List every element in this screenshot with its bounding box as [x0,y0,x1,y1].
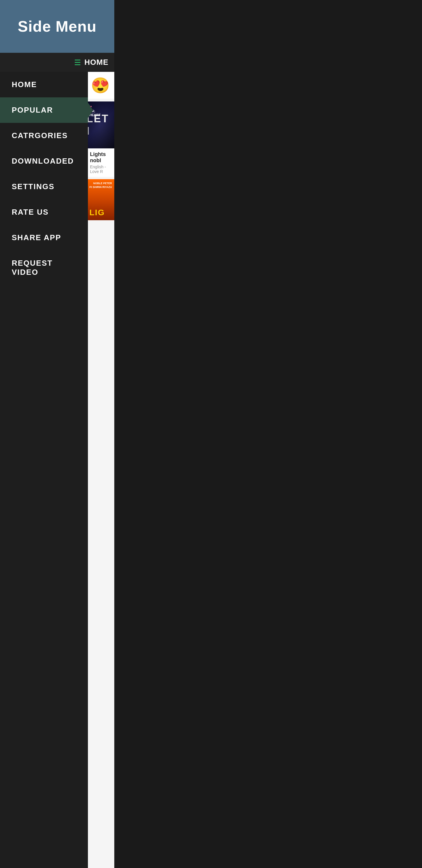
hamburger-icon[interactable]: ☰ [74,59,81,66]
category-emoji: 😍 [91,78,110,93]
sidebar-item-rate-us[interactable]: RATE US [0,199,88,225]
right-content-panel: 😍 ROMANTIC ♥MR.HEART LET I Lights nobl E… [87,72,114,868]
app-title: Side Menu [18,18,96,35]
app-header: Side Menu [0,0,114,53]
video-artist-info: NOBLE PETER Ft SHIRIN RIYAZU [89,182,112,189]
category-row: 😍 ROMANTIC [87,72,114,99]
sidebar-item-downloaded[interactable]: DOWNLOADED [0,148,88,174]
sidebar-item-home[interactable]: HOME [0,72,88,97]
sidebar-item-request-video[interactable]: REQUEST VIDEO [0,250,88,285]
video-thumb2-title: LIG [89,208,105,217]
video-title-1: Lights nobl [90,151,111,164]
video-info-1: Lights nobl English - Love R [87,148,114,177]
side-menu: HOME POPULAR CATRGORIES DOWNLOADED SETTI… [0,72,88,868]
video-thumbnail-2: NOBLE PETER Ft SHIRIN RIYAZU LIG [87,179,114,220]
home-label: HOME [85,58,108,67]
top-bar: ☰ HOME [0,53,114,72]
sidebar-item-settings[interactable]: SETTINGS [0,174,88,199]
video-item-2[interactable]: NOBLE PETER Ft SHIRIN RIYAZU LIG [87,179,114,220]
sidebar-item-share-app[interactable]: SHARE APP [0,225,88,250]
sidebar-item-popular[interactable]: POPULAR [0,97,88,123]
video-subtitle-1: English - Love R [90,164,111,174]
main-container: ☰ HOME HOME POPULAR CATRGORIES DOWNLOADE… [0,53,114,868]
content-scroll[interactable]: 😍 ROMANTIC ♥MR.HEART LET I Lights nobl E… [87,72,114,868]
sidebar-item-categories[interactable]: CATRGORIES [0,123,88,148]
